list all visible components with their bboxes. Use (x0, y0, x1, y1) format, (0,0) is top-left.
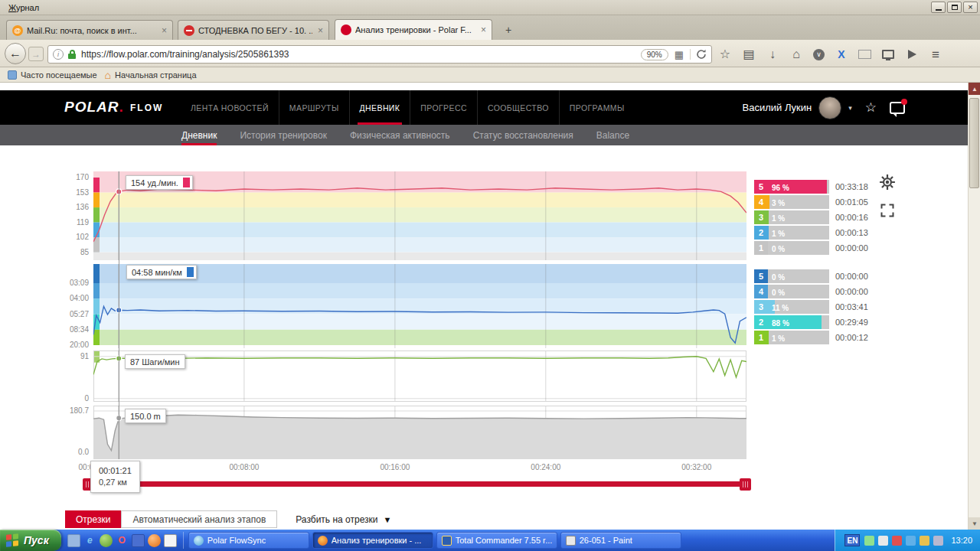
display-icon[interactable] (881, 47, 895, 61)
zoom-level-badge[interactable]: 90% (641, 49, 668, 60)
zone-bar: 88 % (768, 315, 829, 329)
training-analysis: 17015313611910285 03:0904:0005:2708:3420… (0, 83, 968, 530)
scroll-down-icon[interactable]: ▼ (969, 517, 980, 530)
zone-fill (768, 331, 769, 344)
tab-title: СТОДНЕВКА ПО БЕГУ - 10. ... (198, 26, 312, 35)
tab-close-icon[interactable]: × (162, 25, 167, 36)
y-axis-tick: 102 (54, 233, 89, 241)
browser-tab[interactable]: Анализ тренировки - Polar F...× (335, 19, 492, 40)
home-icon[interactable]: ⌂ (789, 47, 803, 61)
zone-number: 2 (754, 226, 768, 240)
hr-tooltip-chip (183, 178, 190, 187)
zone-number: 1 (754, 241, 768, 255)
pace-zones-table: 50 %00:00:0040 %00:00:00311 %00:03:41288… (754, 269, 868, 346)
forward-button[interactable]: → (28, 47, 44, 61)
frequent-bookmark-icon (8, 70, 17, 80)
menu-item[interactable]: Журнал (3, 2, 67, 14)
y-axis-tick: 85 (54, 248, 89, 256)
zone-number: 2 (754, 315, 768, 329)
zone-percent: 0 % (772, 289, 785, 297)
page-info-icon[interactable]: i (53, 49, 64, 60)
url-bar[interactable]: i https://flow.polar.com/training/analys… (47, 45, 712, 64)
browser-scrollbar[interactable]: ▲ ▼ (968, 83, 980, 530)
zone-row: 21 %00:00:13 (754, 226, 868, 240)
zone-percent: 11 % (772, 304, 789, 312)
ball-icon[interactable] (148, 534, 161, 547)
zone-time: 00:00:00 (835, 287, 868, 296)
language-flag-icon[interactable] (858, 50, 871, 59)
zone-number: 4 (754, 285, 768, 298)
disk-icon[interactable] (132, 534, 145, 547)
zone-row: 43 %00:01:05 (754, 195, 868, 209)
chart-settings-gear-icon[interactable] (879, 174, 896, 191)
tab-close-icon[interactable]: × (481, 24, 486, 35)
back-button[interactable]: ← (5, 43, 26, 64)
y-axis-tick: 180.7 (54, 406, 89, 415)
cadence-chart[interactable]: 910 (93, 350, 746, 402)
taskbar-button-label: 26-051 - Paint (580, 536, 632, 545)
timeline-scrubber[interactable] (93, 481, 741, 487)
downloads-icon[interactable]: ↓ (766, 47, 779, 61)
browser-tab[interactable]: @Mail.Ru: почта, поиск в инт...× (6, 20, 173, 40)
page-icon[interactable] (164, 534, 177, 547)
zone-bar: 0 % (768, 285, 829, 298)
url-text[interactable]: https://flow.polar.com/training/analysis… (81, 49, 641, 60)
close-button[interactable]: × (963, 2, 978, 13)
zone-row: 31 %00:00:16 (754, 210, 868, 224)
scrubber-right-handle[interactable] (740, 478, 751, 491)
start-button[interactable]: Пуск (0, 530, 61, 551)
xmarks-sync-icon[interactable]: X (835, 47, 848, 61)
opera-icon[interactable]: O (116, 534, 129, 547)
tray-icon[interactable] (920, 536, 929, 546)
new-tab-button[interactable]: + (499, 22, 518, 37)
browser-tab[interactable]: СТОДНЕВКА ПО БЕГУ - 10. ...× (178, 20, 329, 40)
hamburger-menu-icon[interactable]: ≡ (929, 47, 942, 61)
ie-icon[interactable]: e (83, 534, 96, 547)
bookmark-item[interactable]: ⌂Начальная страница (101, 70, 201, 80)
tray-icon[interactable] (933, 536, 943, 546)
section-tab[interactable]: Разбить на отрезки▼ (285, 510, 402, 528)
zone-fill (768, 226, 769, 240)
scroll-up-icon[interactable]: ▲ (969, 83, 980, 95)
section-tab[interactable]: Отрезки (65, 510, 121, 528)
taskbar-button[interactable]: Polar FlowSync (188, 532, 309, 549)
tray-icon[interactable] (906, 536, 916, 546)
grid-view-icon[interactable]: ▦ (675, 50, 684, 60)
browser-navbar: ← → i https://flow.polar.com/training/an… (0, 40, 980, 67)
section-tab[interactable]: Автоматический анализ этапов (121, 510, 277, 528)
zone-bar: 96 % (768, 180, 829, 194)
taskbar-button[interactable]: 26-051 - Paint (560, 532, 681, 549)
tray-icon[interactable] (892, 536, 902, 546)
tray-icon[interactable] (864, 536, 874, 546)
zone-time: 00:29:49 (835, 318, 868, 327)
zone-row: 311 %00:03:41 (754, 300, 868, 314)
language-indicator[interactable]: EN (844, 534, 860, 546)
tray-icon[interactable] (878, 536, 888, 546)
taskbar-button[interactable]: Анализ тренировки - ... (312, 532, 433, 549)
minimize-button[interactable] (931, 2, 946, 13)
altitude-chart[interactable]: 180.70.0 (93, 406, 746, 459)
orb-icon[interactable] (100, 534, 113, 547)
expand-fullscreen-icon[interactable] (880, 203, 895, 218)
scrollbar-thumb[interactable] (969, 98, 979, 188)
show-desktop-icon[interactable] (67, 534, 80, 547)
stop-favicon (184, 25, 194, 36)
bookmarks-menu-icon[interactable]: ▤ (742, 47, 756, 61)
zone-time: 00:00:00 (835, 243, 868, 253)
bookmark-label: Часто посещаемые (21, 70, 97, 80)
pocket-icon[interactable]: ∨ (813, 49, 825, 60)
taskbar-button[interactable]: Total Commander 7.55 r... (436, 532, 557, 549)
bookmark-star-icon[interactable]: ☆ (718, 47, 732, 61)
x-axis-tick: 00:32:00 (674, 463, 720, 471)
send-tab-icon[interactable] (905, 47, 919, 61)
reload-icon[interactable] (690, 49, 707, 60)
taskbar-clock[interactable]: 13:20 (951, 536, 972, 545)
stop-bar (186, 30, 192, 31)
chart-cursor-line (119, 171, 119, 459)
restore-button[interactable] (947, 2, 962, 13)
bookmarks-bar: Часто посещаемые⌂Начальная страница (0, 67, 980, 83)
zone-percent: 3 % (772, 199, 785, 207)
tab-close-icon[interactable]: × (318, 25, 323, 36)
bookmark-item[interactable]: Часто посещаемые (4, 70, 101, 80)
zone-fill (768, 195, 769, 209)
